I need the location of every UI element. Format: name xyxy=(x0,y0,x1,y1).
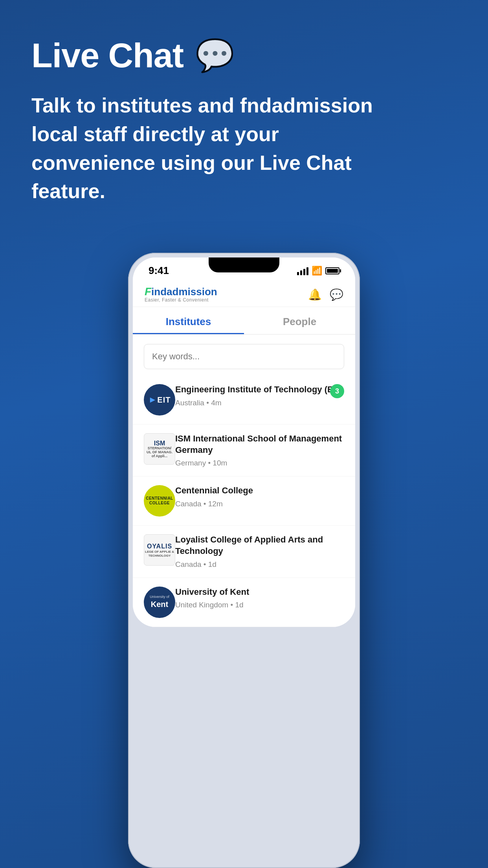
centennial-text: CENTENNIALCOLLEGE xyxy=(146,496,173,506)
tab-institutes[interactable]: Institutes xyxy=(133,307,244,334)
header-section: Live Chat 💬 Talk to institutes and fndad… xyxy=(0,0,488,229)
institute-info: ISM International School of Management G… xyxy=(175,433,344,467)
list-item[interactable]: OYALIS LEGE OF APPLIE &TECHNOLOGY Loyali… xyxy=(133,526,355,577)
institute-name: Centennial College xyxy=(175,485,344,497)
institute-name: Loyalist College of Applied Arts and Tec… xyxy=(175,534,344,557)
phone-container: 9:41 📶 F xyxy=(128,253,360,868)
logo-text: Findadmission xyxy=(145,286,217,297)
institute-meta: Australia • 4m xyxy=(175,399,344,407)
page-title: Live Chat xyxy=(31,35,183,75)
institute-name: Engineering Institute of Technology (EIT… xyxy=(175,384,344,395)
logo-rest: indadmission xyxy=(151,286,217,298)
search-section xyxy=(133,335,355,375)
search-input[interactable] xyxy=(144,344,344,369)
institute-info: Loyalist College of Applied Arts and Tec… xyxy=(175,534,344,568)
app-header-icons: 🔔 💬 xyxy=(308,288,343,301)
institute-info: University of Kent United Kingdom • 1d xyxy=(175,587,344,610)
tabs: Institutes People xyxy=(133,307,355,335)
loyalist-text-sub: LEGE OF APPLIE &TECHNOLOGY xyxy=(145,550,174,557)
institute-name: University of Kent xyxy=(175,587,344,598)
signal-bar-4 xyxy=(306,267,308,275)
chat-bubble-icon: 💬 xyxy=(195,40,235,71)
institute-list: ► EIT Engineering Institute of Technolog… xyxy=(133,375,355,627)
wifi-icon: 📶 xyxy=(312,266,322,276)
ism-logo-text: ISM xyxy=(154,440,165,447)
loyalist-text-main: OYALIS xyxy=(147,542,172,550)
institute-info: Engineering Institute of Technology (EIT… xyxy=(175,384,344,407)
eit-logo: ► EIT xyxy=(144,384,175,416)
status-icons: 📶 xyxy=(297,266,339,276)
institute-name: ISM International School of Management G… xyxy=(175,433,344,456)
list-item[interactable]: CENTENNIALCOLLEGE Centennial College Can… xyxy=(133,476,355,526)
institute-meta: Germany • 10m xyxy=(175,459,344,467)
tab-people[interactable]: People xyxy=(244,307,355,334)
institute-meta: Canada • 12m xyxy=(175,500,344,508)
status-time: 9:41 xyxy=(149,265,169,277)
kent-main: Kent xyxy=(151,599,168,609)
notch xyxy=(209,257,279,272)
list-item[interactable]: University of Kent University of Kent Un… xyxy=(133,578,355,627)
institute-info: Centennial College Canada • 12m xyxy=(175,485,344,508)
message-icon[interactable]: 💬 xyxy=(330,288,343,301)
battery-icon xyxy=(325,267,339,274)
institute-meta: United Kingdom • 1d xyxy=(175,601,344,609)
eit-text: EIT xyxy=(157,395,171,405)
app-header: Findadmission Easier, Faster & Convenien… xyxy=(133,281,355,307)
subtitle: Talk to institutes and fndadmission loca… xyxy=(31,91,385,206)
phone-inner: 9:41 📶 F xyxy=(133,257,355,627)
signal-bar-1 xyxy=(297,272,299,275)
centennial-logo: CENTENNIALCOLLEGE xyxy=(144,485,175,517)
ism-logo-sub: STERNATION/UL OF MANAG. xyxy=(147,447,172,454)
kent-logo: University of Kent xyxy=(144,587,175,618)
ism-logo-bottom: of Appli... xyxy=(152,454,168,458)
unread-badge: 3 xyxy=(330,384,344,398)
logo-tagline: Easier, Faster & Convenient xyxy=(145,297,217,303)
phone-mockup: 9:41 📶 F xyxy=(128,253,360,868)
signal-bar-3 xyxy=(303,269,305,275)
kent-top: University of xyxy=(150,595,169,600)
signal-bar-2 xyxy=(300,270,302,275)
title-row: Live Chat 💬 xyxy=(31,35,457,75)
eit-chevron-icon: ► xyxy=(149,395,158,405)
ism-logo: ISM STERNATION/UL OF MANAG. of Appli... xyxy=(144,433,175,465)
app-logo: Findadmission Easier, Faster & Convenien… xyxy=(145,286,217,303)
logo-f: F xyxy=(145,285,151,298)
battery-fill xyxy=(327,269,338,273)
signal-bars-icon xyxy=(297,267,308,275)
loyalist-logo: OYALIS LEGE OF APPLIE &TECHNOLOGY xyxy=(144,534,175,566)
list-item[interactable]: ISM STERNATION/UL OF MANAG. of Appli... … xyxy=(133,425,355,476)
institute-meta: Canada • 1d xyxy=(175,560,344,569)
status-bar: 9:41 📶 xyxy=(133,257,355,281)
list-item[interactable]: ► EIT Engineering Institute of Technolog… xyxy=(133,375,355,425)
notification-icon[interactable]: 🔔 xyxy=(308,288,322,301)
